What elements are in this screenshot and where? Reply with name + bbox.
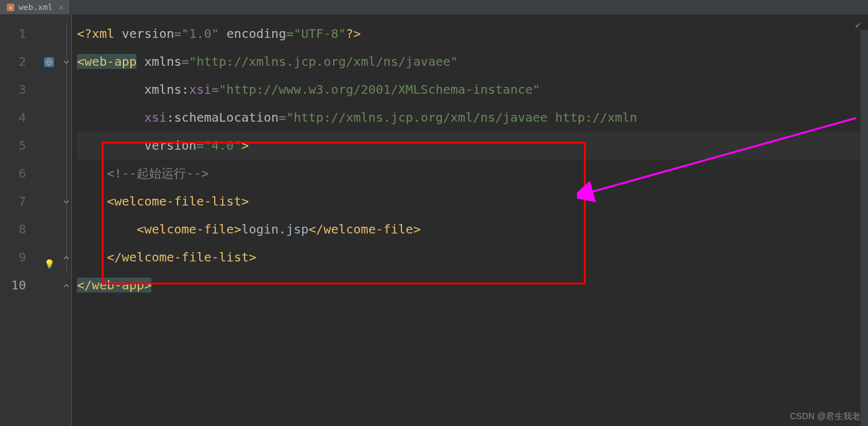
code-line-4[interactable]: xsi:schemaLocation="http://xmlns.jcp.org… [77, 104, 868, 132]
fold-toggle[interactable] [61, 188, 71, 215]
fold-marker [61, 20, 71, 48]
code-line-6[interactable]: <!--起始运行--> [77, 160, 868, 188]
gutter-icon-slot [37, 132, 61, 160]
code-line-1[interactable]: <?xml version="1.0" encoding="UTF-8"?> [77, 20, 868, 48]
code-line-5[interactable]: version="4.0"> [77, 132, 868, 160]
fold-gutter [61, 15, 72, 426]
fold-marker [61, 104, 71, 132]
scrollbar[interactable] [861, 30, 868, 426]
fold-toggle[interactable] [61, 48, 71, 76]
fold-end[interactable] [61, 271, 71, 299]
line-number[interactable]: 7 [0, 188, 37, 215]
line-number[interactable]: 3 [0, 76, 37, 104]
line-number[interactable]: 1 [0, 20, 37, 48]
line-number-gutter: 1 2 3 4 5 6 7 8 9 10 [0, 15, 37, 426]
fold-end[interactable] [61, 243, 71, 271]
file-tab[interactable]: x web.xml × [0, 0, 70, 14]
editor: 1 2 3 4 5 6 7 8 9 10 💡 [0, 15, 868, 426]
gutter-icon-slot [37, 271, 61, 299]
gutter-icon-slot [37, 215, 61, 243]
line-number[interactable]: 10 [0, 271, 37, 299]
analysis-ok-icon[interactable]: ✔ [856, 20, 861, 30]
fold-marker [61, 215, 71, 243]
gutter-icon-slot [37, 104, 61, 132]
gutter-icon-slot [37, 20, 61, 48]
code-line-2[interactable]: <web-app xmlns="http://xmlns.jcp.org/xml… [77, 48, 868, 76]
line-number[interactable]: 8 [0, 215, 37, 243]
line-number[interactable]: 9 [0, 243, 37, 271]
gutter-icon-slot [37, 160, 61, 188]
close-icon[interactable]: × [59, 3, 63, 12]
line-number[interactable]: 2 [0, 48, 37, 76]
tab-bar: x web.xml × [0, 0, 868, 15]
fold-marker [61, 76, 71, 104]
code-line-3[interactable]: xmlns:xsi="http://www.w3.org/2001/XMLSch… [77, 76, 868, 104]
web-icon[interactable] [37, 48, 61, 76]
code-area[interactable]: <?xml version="1.0" encoding="UTF-8"?> <… [72, 15, 868, 426]
gutter-icon-slot [37, 76, 61, 104]
xml-file-icon: x [6, 3, 15, 12]
watermark: CSDN @君生我老 [790, 411, 861, 422]
line-number[interactable]: 4 [0, 104, 37, 132]
fold-marker [61, 132, 71, 160]
tab-filename: web.xml [19, 2, 53, 12]
line-number[interactable]: 6 [0, 160, 37, 188]
code-line-7[interactable]: <welcome-file-list> [77, 188, 868, 215]
gutter-icon-slot [37, 188, 61, 215]
code-line-10[interactable]: </web-app> [77, 271, 868, 299]
gutter-icons: 💡 [37, 15, 61, 426]
fold-marker [61, 160, 71, 188]
svg-text:x: x [9, 5, 12, 11]
lightbulb-icon[interactable]: 💡 [37, 243, 61, 271]
line-number[interactable]: 5 [0, 132, 37, 160]
code-line-9[interactable]: </welcome-file-list> [77, 243, 868, 271]
code-line-8[interactable]: <welcome-file>login.jsp</welcome-file> [77, 215, 868, 243]
